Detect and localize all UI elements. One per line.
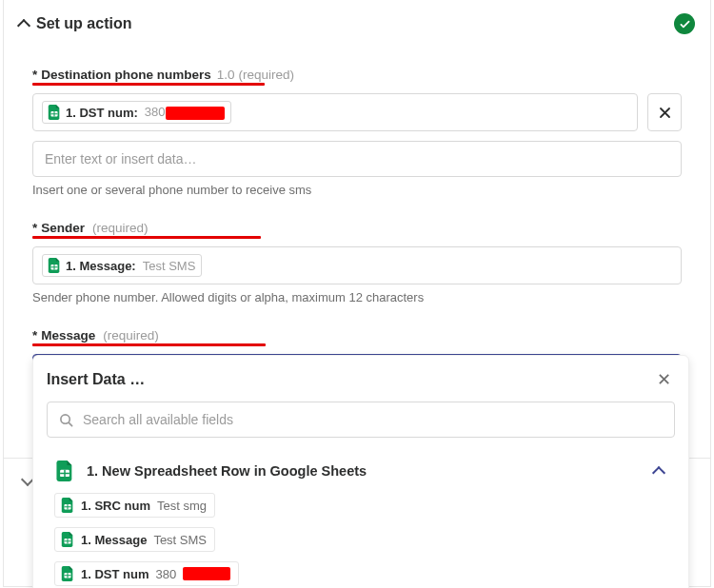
required-asterisk: * — [32, 328, 37, 343]
section-header[interactable]: Set up action — [4, 0, 710, 40]
dropdown-source-left: 1. New Spreadsheet Row in Google Sheets — [54, 459, 367, 483]
sheets-icon — [61, 498, 74, 513]
label-text: Sender — [41, 221, 85, 235]
item-title: 1. SRC num — [81, 499, 150, 513]
required-asterisk: * — [32, 68, 37, 82]
annotation-underline — [32, 343, 266, 346]
item-title: 1. DST num — [81, 567, 149, 581]
sender-input-row: 1. Message: Test SMS — [32, 246, 682, 284]
field-label-sender: * Sender (required) — [32, 221, 149, 235]
setup-action-panel: Set up action * Destination phone number… — [3, 0, 711, 587]
label-required: (required) — [103, 328, 159, 343]
sheets-icon — [54, 459, 75, 483]
label-required: (required) — [92, 221, 149, 235]
sheets-icon — [48, 258, 61, 273]
dest-pill[interactable]: 1. DST num: 380 — [42, 101, 231, 124]
dropdown-source-row[interactable]: 1. New Spreadsheet Row in Google Sheets — [47, 455, 675, 493]
dest-help-text: Insert one or several phone number to re… — [32, 183, 682, 197]
field-label-destination: * Destination phone numbers 1.0 (require… — [32, 68, 294, 82]
dropdown-item[interactable]: 1. MessageTest SMS — [54, 527, 215, 552]
pill-value: 380 — [145, 105, 225, 120]
dropdown-items: 1. SRC numTest smg1. MessageTest SMS1. D… — [47, 493, 675, 586]
field-label-message: * Message (required) — [32, 328, 159, 343]
dropdown-item[interactable]: 1. DST num380 — [54, 561, 239, 586]
dropdown-title: Insert Data … — [47, 371, 145, 388]
label-text: Destination phone numbers — [41, 68, 211, 82]
chevron-up-icon — [652, 465, 665, 479]
redacted-value — [166, 107, 225, 120]
sheets-icon — [61, 532, 74, 547]
dropdown-item[interactable]: 1. SRC numTest smg — [54, 493, 215, 518]
label-required: (required) — [239, 68, 295, 82]
item-title: 1. Message — [81, 533, 147, 547]
sender-help-text: Sender phone number. Allowed digits or a… — [32, 290, 682, 304]
label-version: 1.0 — [217, 68, 235, 82]
dest-input-row: 1. DST num: 380 — [32, 93, 682, 131]
close-icon[interactable]: ✕ — [653, 369, 675, 390]
chevron-up-icon — [17, 19, 30, 32]
label-text: Message — [41, 328, 95, 343]
dropdown-search[interactable] — [47, 402, 675, 438]
pill-value: Test SMS — [143, 259, 196, 273]
dest-pill-input[interactable]: 1. DST num: 380 — [32, 93, 638, 131]
dropdown-source-title: 1. New Spreadsheet Row in Google Sheets — [87, 463, 367, 479]
search-icon — [59, 413, 73, 427]
dest-text-row — [32, 141, 682, 177]
required-asterisk: * — [32, 221, 37, 235]
annotation-underline — [32, 83, 265, 86]
search-input[interactable] — [83, 412, 663, 427]
section-title: Set up action — [36, 15, 131, 32]
dropdown-header: Insert Data … ✕ — [47, 369, 675, 390]
item-value: 380 — [156, 567, 177, 581]
dest-text-input[interactable] — [32, 141, 682, 177]
sheets-icon — [48, 105, 61, 120]
field-destination: * Destination phone numbers 1.0 (require… — [32, 65, 682, 197]
annotation-underline — [32, 236, 261, 239]
status-check-icon — [674, 13, 695, 34]
pill-title: 1. DST num: — [66, 106, 138, 120]
redacted-value — [183, 567, 230, 580]
sheets-icon — [61, 566, 74, 581]
sender-pill[interactable]: 1. Message: Test SMS — [42, 254, 202, 277]
sender-pill-input[interactable]: 1. Message: Test SMS — [32, 246, 682, 284]
clear-button[interactable] — [647, 93, 682, 131]
insert-data-dropdown: Insert Data … ✕ 1. New Spreadsheet Row i… — [32, 355, 689, 588]
field-sender: * Sender (required) 1. Message: Test SMS… — [32, 218, 682, 304]
item-value: Test smg — [157, 499, 207, 513]
form-area: * Destination phone numbers 1.0 (require… — [4, 40, 710, 392]
item-value: Test SMS — [153, 533, 207, 547]
section-header-left: Set up action — [19, 15, 131, 32]
pill-title: 1. Message: — [66, 259, 136, 273]
